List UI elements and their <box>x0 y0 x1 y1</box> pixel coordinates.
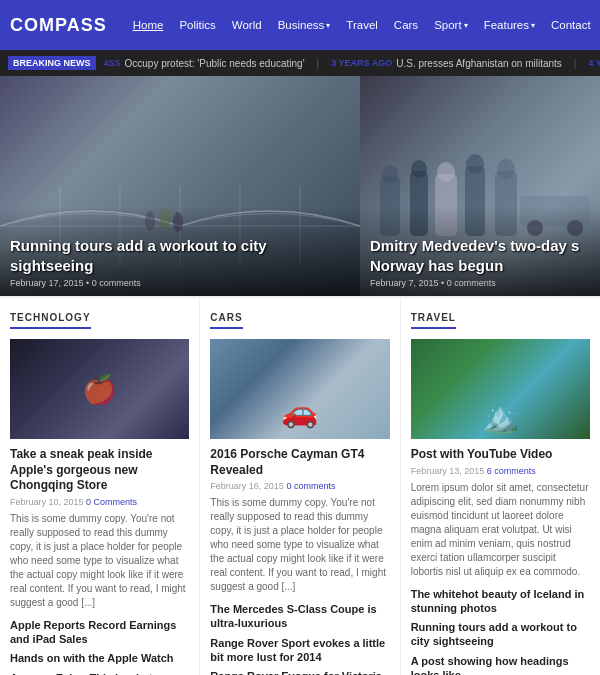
hero-left[interactable]: Running tours add a workout to city sigh… <box>0 76 360 296</box>
article-link-0-0[interactable]: Apple Reports Record Earnings and iPad S… <box>10 618 189 647</box>
nav-item-politics[interactable]: Politics <box>171 19 223 31</box>
svg-point-12 <box>411 160 427 178</box>
article-link-1-0[interactable]: The Mercedes S-Class Coupe is ultra-luxu… <box>210 602 389 631</box>
nav-item-business[interactable]: Business ▾ <box>270 19 339 31</box>
hero-left-meta: February 17, 2015 • 0 comments <box>10 278 350 288</box>
breaking-news-bar: BREAKING NEWS 4SSOccupy protest: 'Public… <box>0 50 600 76</box>
article-link-1-1[interactable]: Range Rover Sport evokes a little bit mo… <box>210 636 389 665</box>
article-title-1[interactable]: 2016 Porsche Cayman GT4 Revealed <box>210 447 389 478</box>
article-link-0-1[interactable]: Hands on with the Apple Watch <box>10 651 189 665</box>
article-title-0[interactable]: Take a sneak peak inside Apple's gorgeou… <box>10 447 189 494</box>
breaking-news-label: BREAKING NEWS <box>8 56 96 70</box>
col-header-1: CARS <box>210 312 242 329</box>
article-body-2: Lorem ipsum dolor sit amet, consectetur … <box>411 481 590 579</box>
column-travel: TRAVEL🏔️Post with YouTube VideoFebruary … <box>401 298 600 675</box>
svg-point-16 <box>466 154 484 174</box>
article-link-2-2[interactable]: A post showing how headings looks like <box>411 654 590 675</box>
article-meta-0: February 10, 2015 0 Comments <box>10 497 189 507</box>
breaking-text-0: Occupy protest: 'Public needs educating' <box>125 58 305 69</box>
article-meta-2: February 13, 2015 6 comments <box>411 466 590 476</box>
hero-left-title: Running tours add a workout to city sigh… <box>10 236 350 275</box>
article-title-2[interactable]: Post with YouTube Video <box>411 447 590 463</box>
nav-item-world[interactable]: World <box>224 19 270 31</box>
dropdown-arrow-sport: ▾ <box>464 21 468 30</box>
article-link-2-1[interactable]: Running tours add a workout to city sigh… <box>411 620 590 649</box>
nav-item-sport[interactable]: Sport ▾ <box>426 19 476 31</box>
article-body-1: This is some dummy copy. You're not real… <box>210 496 389 594</box>
svg-point-18 <box>497 159 515 179</box>
article-image-2[interactable]: 🏔️ <box>411 339 590 439</box>
article-body-0: This is some dummy copy. You're not real… <box>10 512 189 610</box>
column-technology: TECHNOLOGY🍎Take a sneak peak inside Appl… <box>0 298 200 675</box>
breaking-text-1: U.S. presses Afghanistan on militants <box>396 58 562 69</box>
article-image-icon-0: 🍎 <box>82 373 117 406</box>
col-header-2: TRAVEL <box>411 312 456 329</box>
header: COMPASS HomePoliticsWorldBusiness ▾Trave… <box>0 0 600 50</box>
nav-item-contact[interactable]: Contact <box>543 19 599 31</box>
columns-section: TECHNOLOGY🍎Take a sneak peak inside Appl… <box>0 296 600 675</box>
article-meta-1: February 16, 2015 0 comments <box>210 481 389 491</box>
article-link-0-2[interactable]: Amazon Echo: This is what a smart home s… <box>10 671 189 675</box>
breaking-time-1: 3 YEARS AGO <box>331 58 392 68</box>
hero-right-title: Dmitry Medvedev's two-day s Norway has b… <box>370 236 590 275</box>
breaking-item-0: 4SSOccupy protest: 'Public needs educati… <box>104 58 305 69</box>
svg-point-14 <box>437 162 455 182</box>
article-image-icon-1: 🚗 <box>281 394 318 429</box>
col-header-0: TECHNOLOGY <box>10 312 91 329</box>
hero-left-overlay: Running tours add a workout to city sigh… <box>0 206 360 296</box>
breaking-sep: | <box>317 58 320 69</box>
breaking-sep: | <box>574 58 577 69</box>
article-link-1-2[interactable]: Range Rover Evoque for Victoria Beckham <box>210 669 389 675</box>
breaking-time-0: 4SS <box>104 58 121 68</box>
breaking-item-1: 3 YEARS AGOU.S. presses Afghanistan on m… <box>331 58 562 69</box>
article-image-1[interactable]: 🚗 <box>210 339 389 439</box>
breaking-item-2: 4 YEARS AGOUS and North Korea to hold n <box>588 58 600 69</box>
hero-right-overlay: Dmitry Medvedev's two-day s Norway has b… <box>360 206 600 296</box>
svg-point-10 <box>382 165 398 183</box>
article-link-2-0[interactable]: The whitehot beauty of Iceland in stunni… <box>411 587 590 616</box>
dropdown-arrow-business: ▾ <box>326 21 330 30</box>
hero-right[interactable]: Dmitry Medvedev's two-day s Norway has b… <box>360 76 600 296</box>
logo[interactable]: COMPASS <box>10 15 107 36</box>
nav-item-features[interactable]: Features ▾ <box>476 19 543 31</box>
nav-item-home[interactable]: Home <box>125 19 172 31</box>
nav-item-cars[interactable]: Cars <box>386 19 426 31</box>
nav-item-travel[interactable]: Travel <box>338 19 386 31</box>
hero-section: Running tours add a workout to city sigh… <box>0 76 600 296</box>
hero-right-meta: February 7, 2015 • 0 comments <box>370 278 590 288</box>
breaking-time-2: 4 YEARS AGO <box>588 58 600 68</box>
column-cars: CARS🚗2016 Porsche Cayman GT4 RevealedFeb… <box>200 298 400 675</box>
article-image-0[interactable]: 🍎 <box>10 339 189 439</box>
dropdown-arrow-features: ▾ <box>531 21 535 30</box>
nav: HomePoliticsWorldBusiness ▾TravelCarsSpo… <box>125 19 599 31</box>
article-image-icon-2: 🏔️ <box>482 399 519 434</box>
